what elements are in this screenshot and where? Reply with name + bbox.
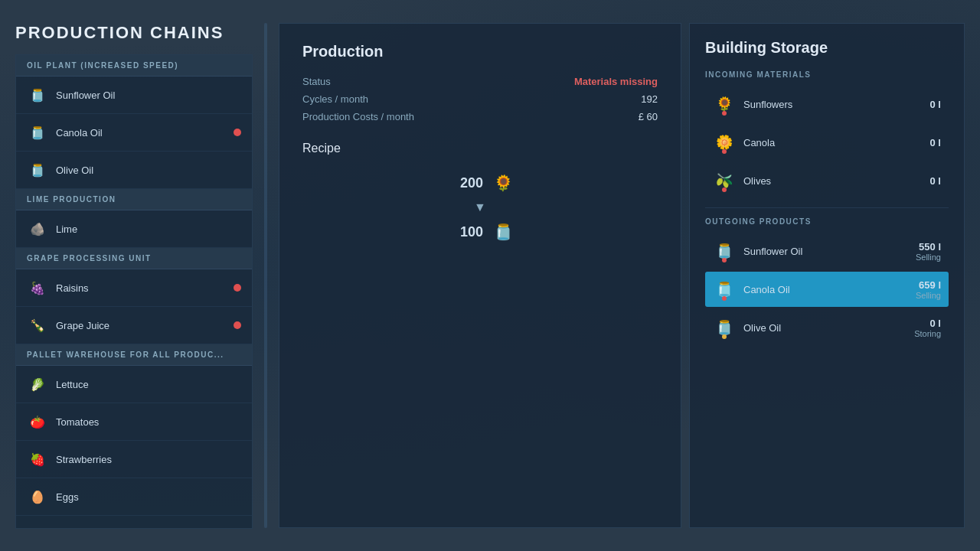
chain-item-name: Raisins (56, 282, 234, 294)
storage-item-amount: 0 l (930, 99, 941, 110)
storage-item-amount: 550 l (919, 241, 941, 253)
chain-item-icon: 🥬 (27, 373, 48, 395)
chain-item-name: Sunflower Oil (56, 90, 241, 101)
chain-item[interactable]: 🫙Canola Oil (16, 114, 252, 152)
outgoing-header: OUTGOING PRODUCTS (705, 217, 949, 226)
chain-item[interactable]: 🥚Eggs (16, 478, 252, 516)
storage-item-amount: 0 l (930, 175, 941, 187)
chain-item-icon: 🧶 (27, 523, 48, 529)
chain-item-name: Canola Oil (56, 127, 234, 139)
cycles-row: Cycles / month 192 (302, 93, 658, 105)
recipe-section: Recipe 200 🌻 ▼ 100 🫙 (302, 142, 658, 244)
storage-item-amount: 0 l (930, 137, 941, 148)
chain-item-icon: 🍅 (27, 411, 48, 432)
status-value: Materials missing (574, 76, 658, 87)
costs-row: Production Costs / month £ 60 (302, 111, 658, 122)
recipe-arrow: ▼ (474, 201, 486, 214)
storage-item-name: Sunflower Oil (743, 246, 916, 257)
storage-item-right: 0 l (930, 99, 941, 110)
storage-dot (722, 258, 727, 262)
chain-section-header: GRAPE PROCESSING UNIT (16, 248, 252, 269)
chain-item-icon: 🍇 (27, 277, 48, 298)
chain-item-badge (234, 129, 241, 136)
storage-item-right: 0 l (930, 137, 941, 148)
storage-item-name: Canola (743, 137, 930, 148)
chain-item[interactable]: 🧶Wool (16, 516, 252, 529)
cycles-label: Cycles / month (302, 93, 368, 105)
chain-item[interactable]: 🫙Olive Oil (16, 152, 252, 189)
recipe-visual: 200 🌻 ▼ 100 🫙 (302, 171, 658, 244)
storage-item-name: Olive Oil (743, 322, 914, 334)
chain-item[interactable]: 🥬Lettuce (16, 366, 252, 403)
chain-section-header: PALLET WAREHOUSE FOR ALL PRODUC... (16, 344, 252, 366)
chain-item-icon: 🍓 (27, 448, 48, 470)
chain-item-name: Eggs (56, 491, 241, 503)
chain-item-name: Lime (56, 223, 241, 235)
chain-list: OIL PLANT (INCREASED SPEED)🫙Sunflower Oi… (15, 54, 253, 529)
page-title: PRODUCTION CHAINS (15, 23, 253, 43)
storage-dot (722, 149, 727, 154)
storage-item-name: Olives (743, 175, 930, 187)
storage-item-status: Selling (916, 291, 941, 300)
storage-item-icon: 🫙 (713, 316, 736, 339)
chain-item-icon: 🫙 (27, 122, 48, 143)
storage-item-name: Sunflowers (743, 99, 930, 110)
chain-section-header: OIL PLANT (INCREASED SPEED) (16, 55, 252, 77)
storage-item-icon: 🌻 (713, 93, 736, 116)
recipe-output-amount: 100 (445, 224, 483, 240)
incoming-header: INCOMING MATERIALS (705, 70, 949, 79)
storage-item-status: Storing (914, 329, 941, 338)
storage-item-right: 659 l Selling (916, 279, 941, 300)
storage-incoming-item[interactable]: 🌼 Canola 0 l (705, 125, 949, 160)
storage-outgoing-item[interactable]: 🫙 Sunflower Oil 550 l Selling (705, 233, 949, 269)
chain-item-icon: 🫙 (27, 84, 48, 106)
recipe-input-icon: 🌻 (491, 171, 515, 195)
production-panel: Production Status Materials missing Cycl… (279, 23, 681, 528)
building-title: Building Storage (705, 39, 949, 57)
cycles-value: 192 (641, 93, 658, 105)
storage-divider (705, 207, 949, 208)
storage-dot (722, 187, 727, 192)
chain-item-icon: 🫙 (27, 159, 48, 181)
storage-item-right: 0 l Storing (914, 318, 941, 338)
storage-dot (722, 296, 727, 301)
recipe-output-row: 100 🫙 (445, 220, 515, 244)
storage-outgoing-item[interactable]: 🫙 Canola Oil 659 l Selling (705, 272, 949, 307)
storage-item-name: Canola Oil (743, 284, 916, 295)
chain-item[interactable]: 🍇Raisins (16, 269, 252, 307)
storage-item-icon: 🫙 (713, 278, 736, 301)
costs-value: £ 60 (639, 111, 658, 122)
chain-item-icon: 🥚 (27, 486, 48, 507)
chain-item-name: Lettuce (56, 379, 241, 390)
storage-dot (722, 111, 727, 116)
status-row: Status Materials missing (302, 76, 658, 87)
recipe-title: Recipe (302, 142, 658, 155)
chain-item-name: Wool (56, 529, 241, 530)
incoming-items-list: 🌻 Sunflowers 0 l 🌼 Canola 0 l 🫒 Olives 0… (705, 86, 949, 198)
building-storage-panel: Building Storage INCOMING MATERIALS 🌻 Su… (689, 23, 965, 528)
chain-item-icon: 🪨 (27, 218, 48, 240)
chain-item-name: Tomatoes (56, 416, 241, 428)
storage-item-status: Selling (916, 253, 941, 262)
storage-outgoing-item[interactable]: 🫙 Olive Oil 0 l Storing (705, 310, 949, 345)
status-label: Status (302, 76, 331, 87)
chain-item[interactable]: 🍾Grape Juice (16, 307, 252, 344)
chain-item-name: Olive Oil (56, 165, 241, 176)
chain-item-badge (234, 284, 241, 292)
recipe-input-amount: 200 (445, 175, 483, 191)
chain-item[interactable]: 🫙Sunflower Oil (16, 77, 252, 114)
storage-item-right: 0 l (930, 175, 941, 187)
chain-item[interactable]: 🍓Strawberries (16, 441, 252, 478)
production-stats: Status Materials missing Cycles / month … (302, 76, 658, 122)
storage-incoming-item[interactable]: 🌻 Sunflowers 0 l (705, 86, 949, 122)
chain-item[interactable]: 🪨Lime (16, 210, 252, 248)
chain-item[interactable]: 🍅Tomatoes (16, 403, 252, 441)
chain-item-name: Strawberries (56, 454, 241, 465)
storage-item-amount: 659 l (919, 279, 941, 291)
outgoing-items-list: 🫙 Sunflower Oil 550 l Selling 🫙 Canola O… (705, 233, 949, 345)
storage-item-amount: 0 l (930, 318, 941, 329)
storage-incoming-item[interactable]: 🫒 Olives 0 l (705, 163, 949, 198)
storage-dot (722, 334, 727, 339)
chain-item-icon: 🍾 (27, 315, 48, 336)
storage-item-icon: 🫙 (713, 240, 736, 262)
